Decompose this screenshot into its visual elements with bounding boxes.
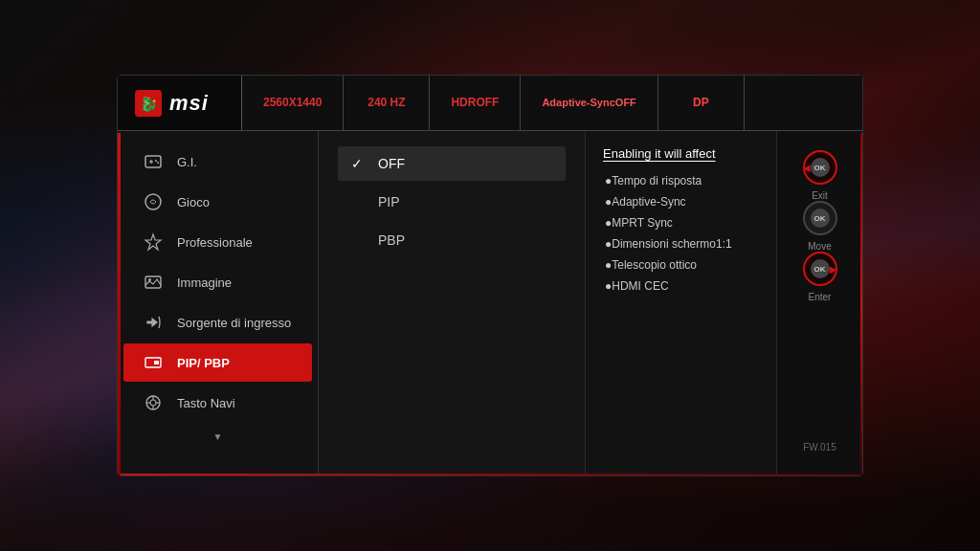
option-pbp[interactable]: PBP [338,223,566,257]
professionale-icon [143,231,164,253]
brand-name: msi [169,91,209,116]
tasto-navi-icon [143,392,164,413]
msi-dragon-icon: 🐉 [135,90,162,117]
sidebar-item-tasto-navi-label: Tasto Navi [177,396,235,410]
control-group-enter: OK ▶ Enter [803,252,837,302]
right-accent [860,133,862,474]
sidebar-scroll-down[interactable]: ▼ [118,424,318,450]
sidebar-item-sorgente-label: Sorgente di ingresso [177,316,291,330]
sidebar-item-pip-pbp-label: PIP/ PBP [177,356,230,370]
gi-icon [143,151,164,172]
sidebar-item-professionale-label: Professionale [177,235,253,250]
sidebar-item-professionale[interactable]: Professionale [123,223,312,261]
controls-panel: ◀ OK Exit OK Move OK ▶ Enter FW.0 [776,131,862,475]
pip-pbp-icon [143,352,164,373]
info-item-4: ●Dimensioni schermo1:1 [603,237,759,251]
main-content: G.I. Gioco Professionale [118,131,862,475]
top-bar: 🐉 msi 2560X1440 240 HZ HDR OFF Adaptive-… [118,76,862,131]
info-item-6: ●HDMI CEC [603,279,759,293]
svg-point-10 [148,278,151,281]
ok-btn-enter: OK [811,259,830,278]
refresh-rate-stat: 240 HZ [344,76,430,130]
sidebar-item-tasto-navi[interactable]: Tasto Navi [123,384,312,422]
info-item-3: ●MPRT Sync [603,216,759,230]
enter-button[interactable]: OK ▶ [803,252,837,286]
option-off[interactable]: ✓ OFF [338,146,566,181]
sidebar-item-immagine-label: Immagine [177,276,232,290]
sidebar-item-gioco[interactable]: Gioco [123,183,312,221]
info-item-5: ●Telescopio ottico [603,258,759,272]
option-off-label: OFF [378,156,405,171]
osd-window: 🐉 msi 2560X1440 240 HZ HDR OFF Adaptive-… [117,75,863,476]
move-label: Move [808,241,831,252]
logo-area: 🐉 msi [118,76,242,130]
svg-point-5 [155,160,157,162]
info-item-1: ●Tempo di risposta [603,174,759,187]
info-title: Enabling it will affect [603,146,759,161]
option-pbp-label: PBP [378,232,405,248]
move-button[interactable]: OK [803,201,837,235]
info-item-2: ●Adaptive-Sync [603,195,759,209]
svg-point-6 [157,162,159,164]
option-pip[interactable]: PIP [338,185,566,219]
sorgente-icon [143,312,164,333]
adaptive-sync-stat: Adaptive-Sync OFF [521,76,657,130]
sidebar-item-gioco-label: Gioco [177,195,210,209]
svg-marker-8 [145,234,161,250]
control-group-move: OK Move [803,201,837,252]
checkmark-off: ✓ [351,156,367,171]
resolution-stat: 2560X1440 [242,76,344,130]
right-arrow-icon: ▶ [830,264,837,275]
sidebar-item-pip-pbp[interactable]: PIP/ PBP [123,343,312,382]
right-info-panel: Enabling it will affect ●Tempo di rispos… [585,131,776,475]
exit-button[interactable]: ◀ OK [803,150,837,185]
left-arrow-icon: ◀ [803,163,811,173]
ok-btn-move: OK [811,209,830,228]
hdr-stat: HDR OFF [430,76,521,130]
svg-text:🐉: 🐉 [140,95,158,112]
ok-btn-exit: OK [811,158,830,177]
immagine-icon [143,272,164,293]
svg-point-14 [150,400,156,406]
sidebar-item-gi[interactable]: G.I. [123,143,312,181]
control-group-exit: ◀ OK Exit [803,150,837,201]
input-stat: DP [658,76,745,130]
sidebar-item-immagine[interactable]: Immagine [123,263,312,301]
svg-point-7 [145,194,161,209]
option-pip-label: PIP [378,194,400,209]
sidebar-item-sorgente[interactable]: Sorgente di ingresso [123,303,312,342]
svg-rect-12 [154,361,159,364]
sidebar-item-gi-label: G.I. [177,155,197,169]
enter-label: Enter [809,292,832,302]
gioco-icon [143,191,164,212]
firmware-version: FW.015 [803,438,835,456]
sidebar: G.I. Gioco Professionale [118,131,319,475]
exit-label: Exit [812,190,828,201]
center-panel: ✓ OFF PIP PBP [319,131,585,475]
